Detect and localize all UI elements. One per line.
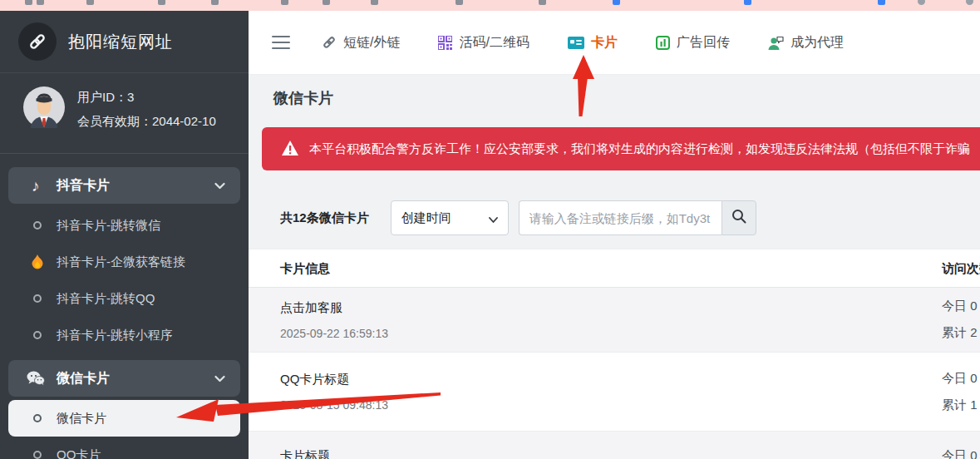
- card-created-date: 2025-09-22 16:59:13: [280, 327, 980, 340]
- visit-stats: 今日 0: [942, 432, 978, 459]
- browser-bookmarks-bar: [0, 0, 980, 11]
- circle-bullet-icon: [30, 221, 45, 230]
- favicon-icon[interactable]: [613, 0, 620, 5]
- favicon-icon[interactable]: [966, 0, 973, 5]
- card-title: 点击加客服: [280, 300, 980, 316]
- nav-item-live-qrcode[interactable]: 活码/二维码: [438, 34, 529, 52]
- filter-row: 共12条微信卡片 创建时间: [249, 200, 980, 236]
- search-button[interactable]: [721, 200, 756, 235]
- wechat-icon: [27, 371, 45, 386]
- ad-report-icon: [656, 36, 670, 50]
- column-header-visits: 访问次数: [942, 261, 980, 277]
- visit-stats: 今日 0 累计 1: [942, 353, 978, 431]
- favicon-icon[interactable]: [86, 0, 94, 5]
- sidebar-menu: ♪ 抖音卡片 抖音卡片-跳转微信 抖音卡片-企微获客链接 抖音卡片-跳转QQ: [0, 154, 249, 459]
- sidebar-group-douyin-card[interactable]: ♪ 抖音卡片: [8, 167, 240, 204]
- table-row[interactable]: 卡片标题 今日 0: [249, 432, 980, 459]
- visits-total: 累计 2: [942, 325, 978, 341]
- visit-stats: 今日 0 累计 2: [942, 288, 978, 352]
- card-table: 卡片信息 访问次数 点击加客服 2025-09-22 16:59:13 今日 0…: [249, 249, 980, 459]
- chain-link-logo-icon: [18, 22, 57, 61]
- circle-bullet-icon: [30, 451, 45, 459]
- favicon-icon[interactable]: [539, 0, 546, 5]
- membership-expiry: 会员有效期：2044-02-10: [77, 109, 216, 133]
- chevron-down-icon: [214, 178, 225, 193]
- link-icon: [322, 35, 337, 50]
- circle-bullet-icon: [30, 294, 45, 303]
- brand: 抱阳缩短网址: [0, 11, 249, 73]
- table-row[interactable]: 点击加客服 2025-09-22 16:59:13 今日 0 累计 2: [249, 288, 980, 353]
- favicon-icon[interactable]: [37, 0, 44, 5]
- warning-triangle-icon: [282, 141, 298, 158]
- visits-today: 今日 0: [942, 371, 978, 387]
- chevron-down-icon: [489, 211, 498, 225]
- sidebar-item-wechat-card[interactable]: 微信卡片: [8, 400, 240, 437]
- nav-item-become-agent[interactable]: 成为代理: [768, 34, 844, 52]
- visits-total: 累计 1: [942, 397, 978, 413]
- record-count: 共12条微信卡片: [280, 210, 369, 226]
- circle-bullet-icon: [30, 331, 45, 339]
- favicon-icon[interactable]: [744, 0, 751, 5]
- table-row[interactable]: QQ卡片标题 2025-08-15 09:48:13 今日 0 累计 1: [249, 353, 980, 432]
- favicon-icon[interactable]: [25, 0, 32, 5]
- fire-icon: [30, 254, 45, 269]
- avatar: [23, 86, 65, 131]
- user-id: 用户ID：3: [77, 85, 216, 109]
- hamburger-menu-icon[interactable]: [272, 32, 290, 53]
- circle-bullet-icon: [30, 414, 45, 422]
- banner-text: 本平台积极配合警方反诈工作！应公安部要求，我们将对生成的内容进行检测，如发现违反…: [309, 141, 970, 157]
- nav-item-ad-report[interactable]: 广告回传: [656, 34, 730, 52]
- sidebar-item-douyin-miniapp[interactable]: 抖音卡片-跳转小程序: [8, 317, 240, 353]
- agent-person-icon: [768, 36, 784, 50]
- card-created-date: 2025-08-15 09:48:13: [280, 398, 980, 412]
- chevron-down-icon: [214, 371, 225, 386]
- favicon-icon[interactable]: [918, 0, 925, 5]
- visits-today: 今日 0: [942, 299, 978, 314]
- sidebar: 抱阳缩短网址 用户ID：3 会员有效期：2044-02-10 ♪ 抖音卡片: [0, 11, 249, 459]
- favicon-icon[interactable]: [211, 0, 219, 5]
- content-area: 微信卡片 本平台积极配合警方反诈工作！应公安部要求，我们将对生成的内容进行检测，…: [249, 75, 980, 459]
- page-title: 微信卡片: [273, 88, 333, 108]
- column-header-card-info: 卡片信息: [280, 261, 330, 277]
- card-icon: [568, 37, 584, 49]
- sidebar-group-wechat-card[interactable]: 微信卡片: [8, 360, 240, 397]
- search-icon: [731, 209, 746, 227]
- top-navigation: 短链/外链 活码/二维码: [249, 11, 980, 75]
- favicon-icon[interactable]: [878, 0, 885, 5]
- brand-title: 抱阳缩短网址: [68, 31, 173, 53]
- sidebar-item-douyin-qiwei[interactable]: 抖音卡片-企微获客链接: [8, 244, 240, 280]
- visits-today: 今日 0: [942, 448, 978, 459]
- favicon-icon[interactable]: [158, 0, 165, 5]
- main-area: 短链/外链 活码/二维码: [249, 11, 980, 459]
- card-title: 卡片标题: [280, 448, 980, 459]
- sidebar-item-douyin-wechat[interactable]: 抖音卡片-跳转微信: [8, 207, 240, 244]
- sort-select[interactable]: 创建时间: [391, 200, 509, 235]
- favicon-icon[interactable]: [371, 0, 378, 5]
- user-panel: 用户ID：3 会员有效期：2044-02-10: [0, 73, 249, 141]
- search-input[interactable]: [519, 200, 721, 235]
- anti-fraud-warning-banner: 本平台积极配合警方反诈工作！应公安部要求，我们将对生成的内容进行检测，如发现违反…: [262, 127, 980, 170]
- card-title: QQ卡片标题: [280, 372, 980, 387]
- nav-item-short-links[interactable]: 短链/外链: [322, 34, 400, 52]
- douyin-note-icon: ♪: [27, 178, 45, 194]
- sidebar-item-qq-card[interactable]: QQ卡片: [8, 437, 240, 459]
- table-header: 卡片信息 访问次数: [249, 249, 980, 288]
- qrcode-icon: [438, 36, 452, 50]
- favicon-icon[interactable]: [323, 0, 330, 5]
- nav-item-cards[interactable]: 卡片: [568, 34, 618, 52]
- favicon-icon[interactable]: [281, 0, 288, 5]
- favicon-icon[interactable]: [456, 0, 463, 5]
- sidebar-item-douyin-qq[interactable]: 抖音卡片-跳转QQ: [8, 280, 240, 317]
